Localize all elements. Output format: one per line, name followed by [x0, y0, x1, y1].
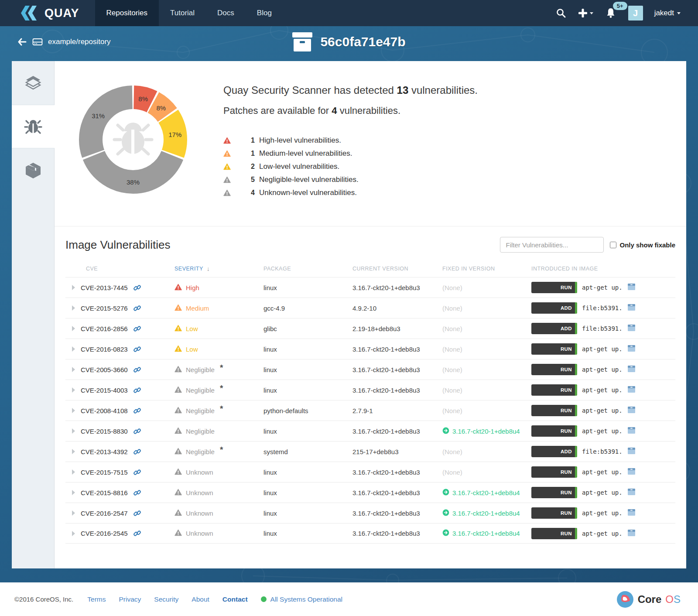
vulnerability-table: CVE SEVERITY↓ PACKAGE CURRENT VERSION FI… [65, 260, 675, 544]
quay-logo[interactable]: QUAY [0, 0, 95, 26]
donut-percent-label: 31% [92, 112, 105, 119]
command-text: file:b5391. [582, 305, 623, 311]
filter-vulnerabilities-input[interactable] [500, 237, 604, 253]
footer-link-about[interactable]: About [192, 595, 209, 603]
vulnerability-row: CVE-2013-4392 Negligible* systemd 215-17… [65, 441, 675, 462]
cve-external-link-icon[interactable] [133, 530, 141, 537]
cve-external-link-icon[interactable] [133, 366, 141, 373]
cve-external-link-icon[interactable] [133, 469, 141, 476]
tab-packages[interactable] [12, 148, 54, 192]
package-name: linux [263, 469, 352, 476]
package-name: linux [263, 284, 352, 291]
current-version: 3.16.7-ckt20-1+deb8u3 [352, 469, 442, 476]
image-layer-icon[interactable] [627, 324, 636, 333]
search-icon[interactable] [556, 8, 566, 18]
cve-external-link-icon[interactable] [133, 387, 141, 394]
expand-row-chevron-icon[interactable] [72, 326, 75, 331]
brand-name: QUAY [44, 7, 79, 20]
nav-item-repositories[interactable]: Repositories [95, 0, 159, 26]
cve-external-link-icon[interactable] [133, 325, 141, 332]
security-summary: 8%8%17%38%31% Quay Security Scanner has … [55, 61, 686, 226]
badge-green-strip [575, 425, 577, 437]
layers-icon [24, 74, 42, 92]
fixable-asterisk: * [220, 445, 223, 455]
image-layer-icon[interactable] [627, 365, 636, 374]
command-text: apt-get up. [582, 469, 623, 476]
vulnerability-row: CVE-2008-4108 Negligible* python-default… [65, 400, 675, 421]
severity-donut-chart: 8%8%17%38%31% [74, 81, 192, 198]
footer-link-terms[interactable]: Terms [87, 595, 106, 603]
warning-triangle-icon [174, 304, 182, 312]
package-name: linux [263, 346, 352, 353]
nav-item-docs[interactable]: Docs [206, 0, 246, 26]
expand-row-chevron-icon[interactable] [72, 428, 75, 434]
severity-cell: High [174, 284, 263, 292]
image-layer-icon[interactable] [627, 488, 636, 497]
cve-external-link-icon[interactable] [133, 489, 141, 496]
cve-id: CVE-2015-5276 [81, 305, 128, 312]
notifications-bell-icon[interactable]: 5+ [605, 7, 617, 19]
image-layer-icon[interactable] [627, 509, 636, 517]
expand-row-chevron-icon[interactable] [72, 305, 75, 311]
expand-row-chevron-icon[interactable] [72, 510, 75, 516]
expand-row-chevron-icon[interactable] [72, 346, 75, 352]
cve-external-link-icon[interactable] [133, 428, 141, 435]
user-menu[interactable]: jakedt [654, 9, 681, 17]
docker-command-badge: ADD [531, 446, 577, 457]
expand-row-chevron-icon[interactable] [72, 490, 75, 495]
image-layer-icon[interactable] [627, 345, 636, 353]
image-layer-icon[interactable] [627, 386, 636, 394]
warning-triangle-icon [223, 189, 232, 196]
nav-item-tutorial[interactable]: Tutorial [159, 0, 206, 26]
expand-row-chevron-icon[interactable] [72, 367, 75, 372]
image-layer-icon[interactable] [627, 406, 636, 415]
cve-external-link-icon[interactable] [133, 448, 141, 455]
contact-link[interactable]: Contact [222, 595, 248, 603]
package-name: linux [263, 510, 352, 517]
badge-green-strip [575, 405, 577, 416]
image-layer-icon[interactable] [627, 529, 636, 538]
cve-id: CVE-2016-2547 [81, 510, 128, 517]
user-avatar[interactable]: J [628, 6, 643, 21]
vulnerabilities-section: Image Vulnerabilities Only show fixable … [55, 226, 686, 544]
footer-link-privacy[interactable]: Privacy [119, 595, 141, 603]
command-text: apt-get up. [582, 428, 623, 435]
column-severity-sort[interactable]: SEVERITY↓ [174, 265, 263, 272]
docker-command-badge: RUN [531, 528, 577, 539]
package-name: python-defaults [263, 407, 352, 414]
tab-security-scan[interactable] [12, 105, 55, 148]
nav-item-blog[interactable]: Blog [246, 0, 283, 26]
cve-external-link-icon[interactable] [133, 407, 141, 414]
image-layer-icon[interactable] [627, 304, 636, 312]
level-count: 5 [232, 176, 259, 184]
expand-row-chevron-icon[interactable] [72, 449, 75, 454]
cve-external-link-icon[interactable] [133, 284, 141, 291]
fixable-checkbox[interactable] [610, 242, 616, 248]
upgrade-arrow-icon [442, 489, 449, 497]
image-layer-icon[interactable] [627, 427, 636, 435]
tab-layers[interactable] [12, 61, 54, 105]
expand-row-chevron-icon[interactable] [72, 531, 75, 536]
expand-row-chevron-icon[interactable] [72, 285, 75, 290]
footer-link-security[interactable]: Security [154, 595, 178, 603]
fixed-version-none: (None) [442, 325, 531, 332]
image-layer-icon[interactable] [627, 447, 636, 456]
cve-external-link-icon[interactable] [133, 346, 141, 353]
expand-row-chevron-icon[interactable] [72, 387, 75, 393]
image-layer-icon[interactable] [627, 283, 636, 292]
image-layer-icon[interactable] [627, 468, 636, 476]
fixed-version: 3.16.7-ckt20-1+deb8u4 [442, 529, 531, 537]
docker-command-badge: RUN [531, 343, 577, 355]
cve-external-link-icon[interactable] [133, 510, 141, 517]
current-version: 2.7.9-1 [352, 407, 442, 414]
warning-triangle-icon [174, 509, 182, 517]
system-status[interactable]: All Systems Operational [261, 595, 342, 603]
image-id: 56c0fa71e47b [320, 34, 405, 49]
expand-row-chevron-icon[interactable] [72, 469, 75, 475]
create-new-button[interactable] [578, 8, 593, 18]
only-show-fixable-toggle[interactable]: Only show fixable [610, 241, 675, 249]
cve-external-link-icon[interactable] [133, 305, 141, 312]
current-version: 215-17+deb8u3 [352, 448, 442, 455]
expand-row-chevron-icon[interactable] [72, 408, 75, 413]
current-version: 3.16.7-ckt20-1+deb8u3 [352, 387, 442, 394]
